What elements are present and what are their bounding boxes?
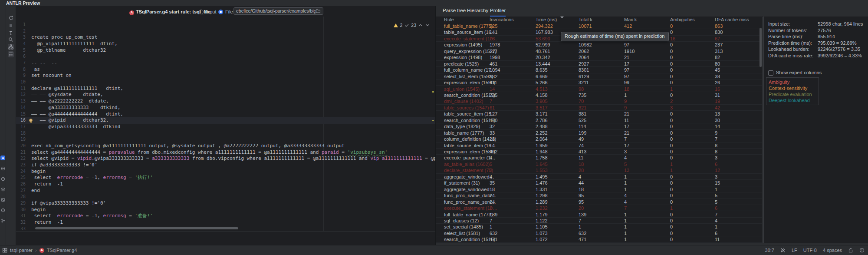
table-row[interactable]: execute_body (1394)41.0214104 bbox=[436, 243, 762, 243]
table-row[interactable]: set_special (1485)11.1051101 bbox=[436, 224, 762, 230]
table-row[interactable]: func_proc_name_data…241.29895405 bbox=[436, 192, 762, 199]
notifications-icon[interactable] bbox=[859, 248, 865, 253]
error-stripe-mark[interactable] bbox=[432, 91, 434, 93]
radio-input-label[interactable]: Input bbox=[206, 9, 216, 14]
layers-tool-icon[interactable] bbox=[0, 187, 5, 192]
table-row[interactable]: expression (1498)199820.342206421082 bbox=[436, 54, 762, 60]
table-row[interactable]: full_column_name (17…10948.635830197045 bbox=[436, 67, 762, 73]
code-line[interactable]: 6 bbox=[16, 53, 435, 60]
table-row[interactable]: table_sources (1547)613.5173219342 bbox=[436, 105, 762, 111]
code-line[interactable]: 13—— —— @a2222222222 dtdate, bbox=[16, 98, 435, 105]
search-icon[interactable] bbox=[8, 37, 13, 42]
lock-icon[interactable] bbox=[848, 248, 853, 253]
vertical-scrollbar-thumb[interactable] bbox=[760, 28, 762, 67]
encoding[interactable]: UTF-8 bbox=[803, 248, 817, 253]
input-file-field[interactable]: ebelice/Github/tsql-parser/examples/big.… bbox=[233, 7, 323, 15]
next-problem-icon[interactable] bbox=[425, 23, 430, 28]
code-line[interactable]: 9set nocount on bbox=[16, 73, 435, 79]
breadcrumb-project[interactable]: tsql-parser bbox=[10, 248, 33, 253]
table-row[interactable]: predicate (1525)46113.444292717080 bbox=[436, 61, 762, 67]
tab-parse-tree[interactable]: Parse tree bbox=[443, 8, 466, 16]
stop-icon[interactable] bbox=[8, 23, 13, 28]
run-tool-icon[interactable] bbox=[0, 166, 5, 171]
code-line[interactable]: 28 bbox=[16, 194, 435, 200]
code-line[interactable]: 31 select errorcode = -1, errormsg = '准备… bbox=[16, 213, 435, 219]
table-row[interactable]: full_table_name (1773)1391.179139107 bbox=[436, 212, 762, 218]
table-row[interactable]: aggregate_windowed…181.33118101 bbox=[436, 186, 762, 192]
radio-file-label[interactable]: File bbox=[225, 9, 233, 14]
table-row[interactable]: full_table_name (1775)925294.32210071412… bbox=[436, 23, 762, 29]
table-row[interactable]: expression_elem (1589)4021.948413308 bbox=[436, 149, 762, 155]
column-header-invocations[interactable]: Invocations bbox=[490, 17, 514, 23]
code-line[interactable]: 16 —— @vipid dtchar32, bbox=[16, 117, 435, 124]
code-line[interactable]: 19 bbox=[16, 136, 435, 143]
indent-style[interactable]: 4 spaces bbox=[823, 248, 842, 253]
tab-hierarchy[interactable]: Hierarchy bbox=[467, 8, 488, 16]
code-line[interactable]: 23if @a333333333333 !='0' bbox=[16, 162, 435, 169]
column-header-total-k[interactable]: Total k bbox=[579, 17, 592, 23]
preview-tool-icon[interactable] bbox=[0, 156, 5, 160]
code-line[interactable]: 3create proc up_com_test bbox=[16, 34, 435, 41]
code-line[interactable]: 1 bbox=[16, 22, 435, 28]
code-line[interactable]: 27end bbox=[16, 188, 435, 194]
show-expert-columns-checkbox[interactable] bbox=[768, 70, 773, 76]
code-line[interactable]: 30begin bbox=[16, 207, 435, 213]
table-row[interactable]: search_condition (1517)4702.78652511030 bbox=[436, 117, 762, 123]
column-header-dfa-cache-miss[interactable]: DFA cache miss bbox=[715, 17, 749, 23]
table-row[interactable]: column_definition (1421)182.06449707 bbox=[436, 136, 762, 142]
prev-problem-icon[interactable] bbox=[418, 23, 423, 28]
code-line[interactable]: 25 select errorcode = -1, errormsg = '执行… bbox=[16, 175, 435, 181]
table-row[interactable]: sql_clauses (12)71.1227104 bbox=[436, 218, 762, 224]
code-line[interactable]: 21select @a444444444444444 = paravalue f… bbox=[16, 149, 435, 156]
table-row[interactable]: select_list (1581)6321.073632106 bbox=[436, 230, 762, 236]
table-row[interactable]: expression (1495)197852.99910982970237 bbox=[436, 42, 762, 48]
structure-icon[interactable] bbox=[8, 52, 13, 57]
table-row[interactable]: table_name (1777)332.2521992109 bbox=[436, 130, 762, 136]
table-row[interactable]: table_source_item (15…1273.17138121013 bbox=[436, 111, 762, 117]
readonly-pen-icon[interactable] bbox=[780, 248, 786, 253]
code-line[interactable]: 26 return -1 bbox=[16, 181, 435, 188]
table-row[interactable]: search_condition (1516)4711.0724711011 bbox=[436, 236, 762, 242]
table-row[interactable]: query_expression (1527)11748.76120621910… bbox=[436, 48, 762, 54]
table-row[interactable]: dml_clause (1402)73.905709219 bbox=[436, 98, 762, 104]
table-row[interactable]: func_proc_name_serv…241.28995405 bbox=[436, 199, 762, 205]
folder-icon[interactable] bbox=[316, 8, 321, 13]
column-header-max-k[interactable]: Max k bbox=[624, 17, 637, 23]
table-row[interactable]: as_table_alias (1602)51.64518516 bbox=[436, 161, 762, 167]
inspections-widget[interactable]: 2 23 bbox=[394, 23, 430, 28]
problems-tool-icon[interactable] bbox=[0, 208, 5, 212]
line-ending[interactable]: LF bbox=[792, 248, 797, 253]
caret-position[interactable]: 30:7 bbox=[765, 248, 774, 253]
code-line[interactable]: 29if @vipa333333333333 !='0' bbox=[16, 200, 435, 207]
code-line[interactable]: 18 bbox=[16, 130, 435, 137]
table-row[interactable]: aggregate_windowed…41.4954103 bbox=[436, 174, 762, 180]
refresh-icon[interactable] bbox=[8, 15, 13, 20]
table-row[interactable]: execute_parameter (1…41.75811403 bbox=[436, 155, 762, 161]
error-stripe-mark[interactable] bbox=[432, 120, 434, 121]
code-line[interactable]: 11declare @a1111111111111 dtint, bbox=[16, 86, 435, 92]
code-line[interactable]: 7-- -- -- bbox=[16, 60, 435, 66]
table-row[interactable]: table_source_item (15…141.959741708 bbox=[436, 142, 762, 149]
radio-file[interactable] bbox=[218, 9, 223, 14]
column-header-time[interactable]: Time (ms) bbox=[536, 17, 557, 23]
table-row[interactable]: sql_union (1545)144.5139818116 bbox=[436, 86, 762, 92]
input-file-path[interactable]: ebelice/Github/tsql-parser/examples/big.… bbox=[236, 8, 316, 13]
table-row[interactable]: search_condition (1519)7354.1587351031 bbox=[436, 92, 762, 98]
table-row[interactable]: select_list_elem (1592)6326.669612997038 bbox=[436, 73, 762, 79]
terminal-tool-icon[interactable] bbox=[0, 197, 5, 202]
hierarchy-icon[interactable] bbox=[8, 44, 13, 50]
radio-input[interactable] bbox=[199, 9, 204, 14]
code-line[interactable]: 17—— —— @vipa333333333333 dtkind bbox=[16, 124, 435, 130]
table-row[interactable]: expression_elem (1590)6115.266321199026 bbox=[436, 79, 762, 86]
project-icon[interactable] bbox=[2, 248, 7, 253]
code-line[interactable]: 15—— —— @a444444444444444 dtint, bbox=[16, 111, 435, 118]
code-line[interactable]: 12—— —— @sysdate dtdate, bbox=[16, 92, 435, 98]
horizontal-scrollbar-thumb[interactable] bbox=[35, 227, 238, 229]
column-header-rule[interactable]: Rule bbox=[444, 17, 454, 23]
code-line[interactable]: 10 bbox=[16, 79, 435, 86]
text-cursor-icon[interactable] bbox=[8, 30, 13, 36]
table-row[interactable]: declare_statement (75)21.5532813112 bbox=[436, 167, 762, 173]
code-editor[interactable]: 123create proc up_com_test4 @p_vipa11111… bbox=[16, 17, 435, 232]
code-line[interactable]: 24begin bbox=[16, 169, 435, 175]
horizontal-scrollbar[interactable] bbox=[16, 227, 435, 230]
